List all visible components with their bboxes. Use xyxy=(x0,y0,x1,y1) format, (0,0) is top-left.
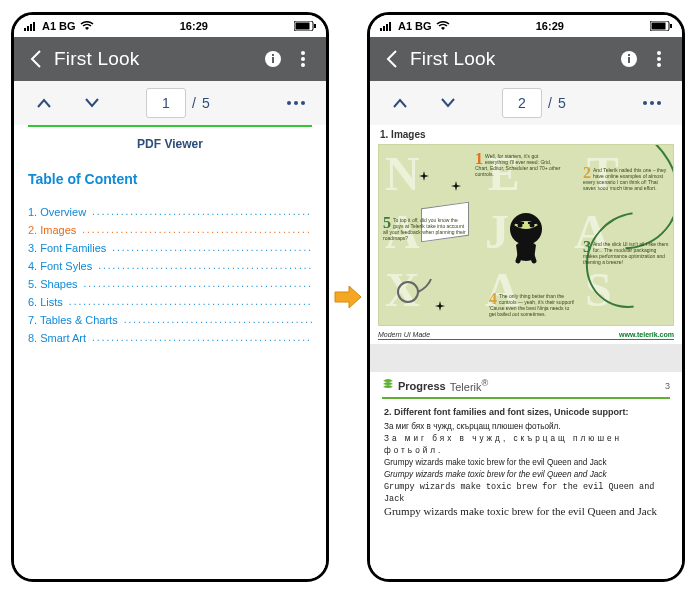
wifi-icon xyxy=(436,21,450,31)
toc-heading: Table of Content xyxy=(28,171,312,187)
sample-text: Grumpy wizards make toxic brew for the e… xyxy=(384,469,668,481)
toc-list: 1. Overview 2. Images 3. Font Families 4… xyxy=(28,203,312,347)
section-heading: 1. Images xyxy=(370,125,682,142)
pdf-page-2[interactable]: 1. Images N E T A J A X A S P 1Well, for… xyxy=(370,125,682,579)
battery-icon xyxy=(294,21,316,31)
info-button[interactable] xyxy=(258,50,288,68)
prev-page-button[interactable] xyxy=(378,85,422,121)
svg-rect-6 xyxy=(314,24,316,28)
page-separator: / xyxy=(548,95,552,111)
rope-icon xyxy=(393,277,433,307)
overflow-menu-button[interactable] xyxy=(288,51,318,67)
current-page-input[interactable]: 1 xyxy=(146,88,186,118)
toc-item[interactable]: 3. Font Families xyxy=(28,239,312,257)
section-heading: 2. Different font families and font size… xyxy=(370,405,682,421)
svg-rect-1 xyxy=(27,26,29,31)
status-bar: A1 BG 16:29 xyxy=(14,15,326,37)
toc-item[interactable]: 7. Tables & Charts xyxy=(28,311,312,329)
app-header: First Look xyxy=(14,37,326,81)
clock-label: 16:29 xyxy=(180,20,208,32)
progress-logo-icon xyxy=(382,378,394,393)
sample-text: Grumpy wizards make toxic brew for the e… xyxy=(384,457,668,469)
brand-name: Progress xyxy=(398,380,446,392)
callout: 1Well, for starters, it's got everything… xyxy=(475,153,561,177)
prev-page-button[interactable] xyxy=(22,85,66,121)
shuriken-icon xyxy=(451,181,461,191)
svg-point-12 xyxy=(301,63,305,67)
next-page-button[interactable] xyxy=(70,85,114,121)
svg-point-11 xyxy=(301,57,305,61)
overflow-menu-button[interactable] xyxy=(644,51,674,67)
pdf-toolbar: 1 / 5 xyxy=(14,81,326,125)
toc-item[interactable]: 2. Images xyxy=(28,221,312,239)
toc-item[interactable]: 4. Font Syles xyxy=(28,257,312,275)
back-button[interactable] xyxy=(378,50,406,68)
sample-text: Grumpy wizards make toxic brew for the e… xyxy=(384,481,668,505)
svg-rect-19 xyxy=(389,22,391,31)
document-title: PDF Viewer xyxy=(28,137,312,151)
toolbar-more-button[interactable] xyxy=(630,85,674,121)
header-title: First Look xyxy=(406,48,614,70)
svg-rect-25 xyxy=(628,54,630,56)
phone-right: A1 BG 16:29 First Look xyxy=(367,12,685,582)
svg-rect-21 xyxy=(651,23,665,30)
battery-icon xyxy=(650,21,672,31)
svg-point-15 xyxy=(301,101,305,105)
toc-item[interactable]: 1. Overview xyxy=(28,203,312,221)
divider xyxy=(28,125,312,127)
svg-point-14 xyxy=(294,101,298,105)
next-page-button[interactable] xyxy=(426,85,470,121)
svg-rect-3 xyxy=(33,22,35,31)
svg-point-31 xyxy=(657,101,661,105)
shuriken-icon xyxy=(419,171,429,181)
signal-icon xyxy=(380,21,394,31)
footer-link: www.telerik.com xyxy=(619,331,674,338)
back-button[interactable] xyxy=(22,50,50,68)
svg-rect-2 xyxy=(30,24,32,31)
ninja-icon xyxy=(494,203,558,267)
page-input-group: 2 / 5 xyxy=(502,88,566,118)
sample-text: Grumpy wizards make toxic brew for the e… xyxy=(384,505,668,518)
svg-rect-24 xyxy=(628,57,630,63)
current-page-input[interactable]: 2 xyxy=(502,88,542,118)
toc-item[interactable]: 6. Lists xyxy=(28,293,312,311)
brand-sub: Telerik® xyxy=(450,378,489,393)
toolbar-more-button[interactable] xyxy=(274,85,318,121)
svg-point-27 xyxy=(657,57,661,61)
svg-rect-5 xyxy=(295,23,309,30)
wifi-icon xyxy=(80,21,94,31)
callout: 3And the slick UI isn't all I like them … xyxy=(583,241,669,265)
signal-icon xyxy=(24,21,38,31)
clock-label: 16:29 xyxy=(536,20,564,32)
svg-rect-0 xyxy=(24,28,26,31)
svg-point-30 xyxy=(650,101,654,105)
svg-rect-16 xyxy=(380,28,382,31)
carrier-label: A1 BG xyxy=(42,20,76,32)
svg-rect-18 xyxy=(386,24,388,31)
ninja-illustration: N E T A J A X A S P 1Well, for starters,… xyxy=(378,144,674,326)
toc-item[interactable]: 5. Shapes xyxy=(28,275,312,293)
sample-text: За миг бях в чужд, скърцащ плюшен фотьой… xyxy=(384,421,668,433)
info-button[interactable] xyxy=(614,50,644,68)
svg-rect-22 xyxy=(670,24,672,28)
svg-point-10 xyxy=(301,51,305,55)
svg-point-29 xyxy=(643,101,647,105)
svg-point-35 xyxy=(398,282,418,302)
page-separator: / xyxy=(192,95,196,111)
shuriken-icon xyxy=(435,301,445,311)
pdf-toolbar: 2 / 5 xyxy=(370,81,682,125)
callout: 2And Telerik nailed this one – they have… xyxy=(583,167,669,191)
callout: 5To top it off, did you know the guys at… xyxy=(383,217,469,241)
total-pages-label: 5 xyxy=(202,95,210,111)
svg-point-13 xyxy=(287,101,291,105)
callout: 4The only thing better than the controls… xyxy=(489,293,575,317)
divider xyxy=(382,397,670,399)
page-gap xyxy=(370,344,682,372)
sample-text: За миг бях в чужд, скърцащ плюшен фотьой… xyxy=(384,433,668,457)
total-pages-label: 5 xyxy=(558,95,566,111)
status-bar: A1 BG 16:29 xyxy=(370,15,682,37)
page-footer: Modern UI Made www.telerik.com xyxy=(378,330,674,340)
svg-point-26 xyxy=(657,51,661,55)
toc-item[interactable]: 8. Smart Art xyxy=(28,329,312,347)
pdf-page-1[interactable]: PDF Viewer Table of Content 1. Overview … xyxy=(14,125,326,579)
